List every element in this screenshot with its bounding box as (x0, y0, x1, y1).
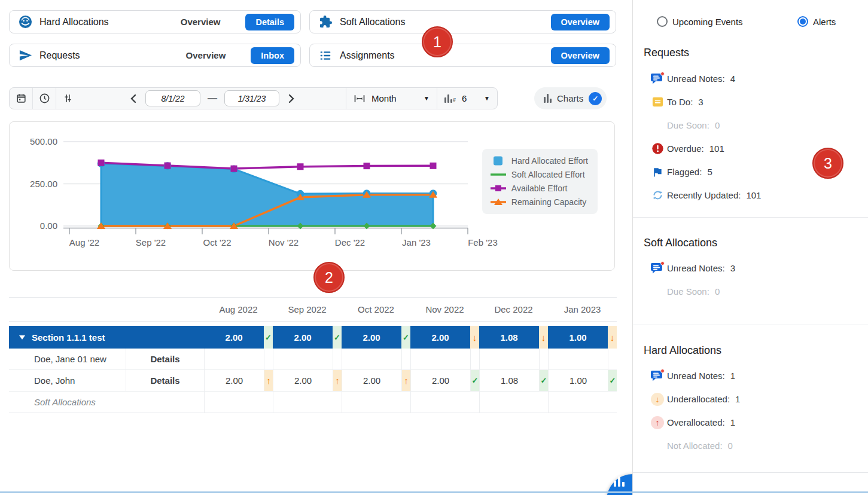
bar-chart-icon (544, 94, 552, 103)
svg-text:Nov '22: Nov '22 (269, 237, 299, 248)
chart-count-value: 6 (462, 93, 467, 103)
down-arrow-icon: ↓ (541, 332, 546, 343)
alert-item-unread-notes[interactable]: Unread Notes:1 (633, 364, 868, 387)
table-row-section: Section 1.1.1 test 2.00✓2.00✓2.00✓2.00↓1… (9, 326, 617, 349)
column-header: Oct 2022 (342, 304, 410, 314)
alert-item-unread-notes[interactable]: Unread Notes:4 (633, 67, 868, 90)
status-icon-cell: ✓ (539, 370, 548, 391)
allocation-cell: 2.00 (204, 370, 264, 391)
up-arrow-icon: ↑ (335, 375, 340, 386)
check-circle-icon: ✓ (589, 92, 602, 105)
allocation-cell: 1.08 (479, 370, 539, 391)
alert-count: 101 (746, 190, 761, 200)
alert-item-due-soon[interactable]: Due Soon:0 (633, 280, 868, 303)
clock-icon[interactable] (33, 88, 56, 109)
resource-management-dashboard: Hard Allocations Overview Details Soft A… (0, 0, 868, 495)
calendar-icon[interactable] (10, 88, 33, 109)
allocation-cell (479, 392, 539, 412)
allocation-table: Aug 2022 Sep 2022 Oct 2022 Nov 2022 Dec … (9, 297, 617, 413)
details-link[interactable]: Details (126, 370, 204, 391)
section-details-cell (126, 326, 204, 349)
upcoming-events-radio[interactable] (657, 16, 668, 27)
check-icon: ✓ (541, 376, 547, 385)
column-header: Sep 2022 (273, 304, 342, 314)
section-title-hard-allocations: Hard Allocations (644, 344, 721, 357)
alert-item-to-do[interactable]: To Do:3 (633, 90, 868, 114)
collapse-caret-icon[interactable] (19, 335, 25, 340)
sliders-icon[interactable] (56, 88, 79, 109)
card-hard-allocations: Hard Allocations Overview Details (9, 10, 301, 33)
alert-item-unread-notes[interactable]: Unread Notes:3 (633, 256, 868, 280)
hard-allocations-details-button[interactable]: Details (245, 14, 294, 30)
alert-label: Overdue: (667, 143, 704, 154)
allocation-cell (273, 349, 333, 369)
underallocated-icon: ↓ (650, 393, 665, 406)
card-label: Assignments (340, 50, 395, 61)
alerts-panel: Upcoming Events Alerts Requests Unread N… (632, 0, 868, 495)
prev-arrow-icon[interactable] (129, 93, 138, 105)
soft-allocations-alert-list: Unread Notes:3Due Soon:0 (633, 256, 868, 303)
legend-marker-icon (491, 170, 506, 179)
bar-chart-icon[interactable] (614, 476, 625, 487)
status-icon-cell (264, 349, 273, 369)
requests-overview-link[interactable]: Overview (186, 50, 226, 60)
allocation-cell: 2.00 (273, 370, 333, 391)
svg-text:250.00: 250.00 (30, 179, 57, 189)
annotation-badge-2: 2 (313, 262, 345, 293)
column-header: Dec 2022 (479, 304, 548, 314)
hard-allocations-overview-link[interactable]: Overview (181, 17, 221, 27)
alert-item-recently-updated[interactable]: Recently Updated:101 (633, 184, 868, 207)
alerts-radio[interactable] (797, 16, 808, 27)
chevron-down-icon: ▼ (484, 95, 490, 102)
up-arrow-icon: ↑ (266, 375, 271, 386)
status-icon-cell (470, 392, 479, 412)
alert-count: 0 (728, 441, 733, 451)
allocation-cell: 2.00 (204, 326, 264, 349)
check-icon: ✓ (610, 376, 616, 385)
alert-item-underallocated[interactable]: ↓Underallocated:1 (633, 387, 868, 411)
list-icon (318, 48, 333, 63)
todo-icon (650, 96, 665, 108)
allocation-cell: 1.00 (548, 370, 608, 391)
date-range-dash: — (208, 93, 217, 104)
legend-item: Available Effort (491, 184, 588, 193)
sync-icon (650, 189, 665, 201)
alert-item-due-soon[interactable]: Due Soon:0 (633, 114, 868, 137)
chart-count-dropdown[interactable]: # 6 ▼ (437, 88, 497, 109)
section-name[interactable]: Section 1.1.1 test (9, 326, 126, 349)
alert-label: Unread Notes: (667, 74, 725, 84)
legend-marker-icon (491, 156, 506, 166)
unread-notes-icon (650, 261, 665, 275)
interval-dropdown[interactable]: Month ▼ (346, 88, 437, 109)
allocation-cell (204, 392, 264, 412)
start-date-input[interactable] (145, 90, 200, 106)
alert-item-overallocated[interactable]: ↑Overallocated:1 (633, 411, 868, 434)
resource-name[interactable]: Doe, Jane 01 new (9, 349, 126, 369)
column-header: Nov 2022 (410, 304, 479, 314)
status-icon-cell: ↓ (470, 326, 479, 349)
allocation-cell (479, 349, 539, 369)
down-arrow-icon: ↓ (473, 332, 477, 343)
column-width-icon (354, 94, 366, 103)
next-arrow-icon[interactable] (287, 93, 296, 105)
alert-count: 3 (698, 97, 703, 107)
upcoming-events-label[interactable]: Upcoming Events (672, 17, 743, 27)
details-link[interactable]: Details (126, 349, 204, 369)
resource-name[interactable]: Doe, John (9, 370, 126, 391)
table-header: Aug 2022 Sep 2022 Oct 2022 Nov 2022 Dec … (9, 297, 617, 322)
assignments-overview-button[interactable]: Overview (551, 47, 610, 64)
charts-toggle[interactable]: Charts ✓ (534, 87, 607, 109)
end-date-input[interactable] (224, 90, 279, 106)
alerts-label[interactable]: Alerts (813, 17, 836, 27)
legend-label: Remaining Capacity (511, 197, 586, 207)
overallocated-icon: ↑ (650, 416, 665, 429)
column-header: Jan 2023 (548, 304, 617, 314)
alert-count: 5 (707, 167, 712, 177)
status-icon-cell (401, 392, 410, 412)
requests-inbox-button[interactable]: Inbox (251, 47, 294, 64)
soft-allocations-overview-button[interactable]: Overview (551, 14, 610, 30)
card-requests: Requests Overview Inbox (9, 44, 301, 67)
divider (633, 325, 868, 325)
alert-count: 1 (730, 417, 735, 427)
alert-item-not-allocated[interactable]: Not Allocated:0 (633, 434, 868, 457)
